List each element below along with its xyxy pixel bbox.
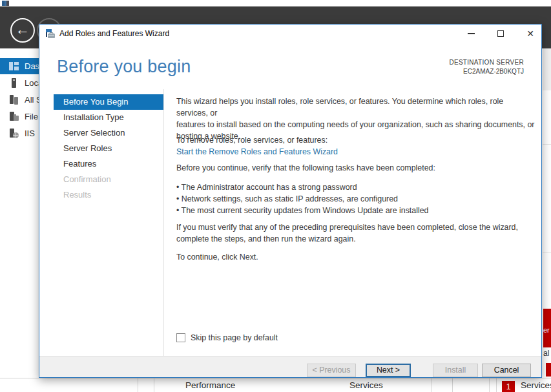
alert-tile-fragment xyxy=(546,363,551,377)
bullet-item: Network settings, such as static IP addr… xyxy=(176,193,535,205)
minimize-icon xyxy=(468,33,475,34)
maximize-button[interactable] xyxy=(489,25,512,43)
add-roles-features-wizard-dialog: Add Roles and Features Wizard ✕ Before y… xyxy=(39,24,542,378)
server-icon xyxy=(8,77,19,88)
nav-before-you-begin[interactable]: Before You Begin xyxy=(54,94,163,110)
nav-content-separator xyxy=(163,89,164,356)
nav-installation-type[interactable]: Installation Type xyxy=(54,110,163,125)
dashboard-right-sliver: er al xyxy=(543,48,551,378)
wizard-nav: Before You Begin Installation Type Serve… xyxy=(54,94,163,203)
servers-icon xyxy=(8,94,19,105)
services-alert-badge[interactable]: 1 xyxy=(502,381,515,392)
back-arrow-icon: ← xyxy=(16,23,30,37)
dashboard-panel-fragment xyxy=(543,48,551,90)
remove-wizard-link[interactable]: Start the Remove Roles and Features Wiza… xyxy=(176,146,535,158)
iis-icon xyxy=(8,128,19,139)
alert-tile-fragment: er xyxy=(543,309,551,347)
nav-confirmation: Confirmation xyxy=(54,172,163,187)
nav-server-roles[interactable]: Server Roles xyxy=(54,141,163,156)
install-button: Install xyxy=(433,364,478,377)
note-paragraph: If you must verify that any of the prece… xyxy=(176,222,535,245)
page-title: Before you begin xyxy=(57,57,191,77)
panel-divider xyxy=(543,252,551,253)
destination-server-label: DESTINATION SERVER xyxy=(449,59,524,66)
server-manager-app-icon xyxy=(2,1,9,6)
previous-button: < Previous xyxy=(307,364,356,377)
skip-page-checkbox[interactable] xyxy=(176,333,185,342)
dashboard-bottom-strip: Performance Services 1 Services xyxy=(0,378,551,392)
wizard-titlebar[interactable]: Add Roles and Features Wizard ✕ xyxy=(39,25,541,43)
close-icon: ✕ xyxy=(526,29,534,38)
nav-features[interactable]: Features xyxy=(54,156,163,172)
tile-divider xyxy=(154,378,154,392)
next-button[interactable]: Next > xyxy=(366,364,411,377)
file-storage-icon xyxy=(8,111,19,122)
services-link[interactable]: Services xyxy=(349,380,383,390)
wizard-toolbox-icon xyxy=(45,28,56,39)
tile-divider xyxy=(489,378,490,392)
nav-results: Results xyxy=(54,187,163,203)
remove-heading: To remove roles, role services, or featu… xyxy=(176,134,535,146)
performance-link[interactable]: Performance xyxy=(185,380,235,390)
panel-divider xyxy=(543,144,551,145)
tile-divider xyxy=(452,378,453,392)
continue-paragraph: To continue, click Next. xyxy=(176,251,535,263)
wizard-window-title: Add Roles and Features Wizard xyxy=(59,29,169,38)
server-manager-window-titlebar xyxy=(0,0,551,6)
sidebar-item-label: IIS xyxy=(25,129,35,138)
tile-divider xyxy=(431,378,431,392)
tile-divider xyxy=(496,378,497,392)
destination-server-block: DESTINATION SERVER EC2AMAZ-2B0KQTJ xyxy=(449,59,524,75)
dashboard-grid-icon xyxy=(8,61,19,72)
alert-tile-text-fragment: er xyxy=(543,326,550,334)
verify-heading: Before you continue, verify that the fol… xyxy=(176,162,535,174)
destination-server-name: EC2AMAZ-2B0KQTJ xyxy=(449,68,524,75)
minimize-button[interactable] xyxy=(459,25,483,43)
cancel-button[interactable]: Cancel xyxy=(482,364,531,377)
close-button[interactable]: ✕ xyxy=(519,25,542,43)
bullet-item: The most current security updates from W… xyxy=(176,205,535,216)
tile-text-fragment: al xyxy=(543,349,549,358)
screen: ← → Server Manager › Dashboard Dashboard… xyxy=(0,0,551,392)
back-button[interactable]: ← xyxy=(10,18,35,43)
nav-server-selection[interactable]: Server Selection xyxy=(54,125,163,141)
maximize-icon xyxy=(497,30,504,37)
services-link-right[interactable]: Services xyxy=(521,380,551,390)
wizard-footer: < Previous Next > Install Cancel xyxy=(39,356,541,377)
bullet-item: The Administrator account has a strong p… xyxy=(176,181,535,193)
skip-page-checkbox-label[interactable]: Skip this page by default xyxy=(191,333,278,342)
tile-divider xyxy=(138,378,138,392)
